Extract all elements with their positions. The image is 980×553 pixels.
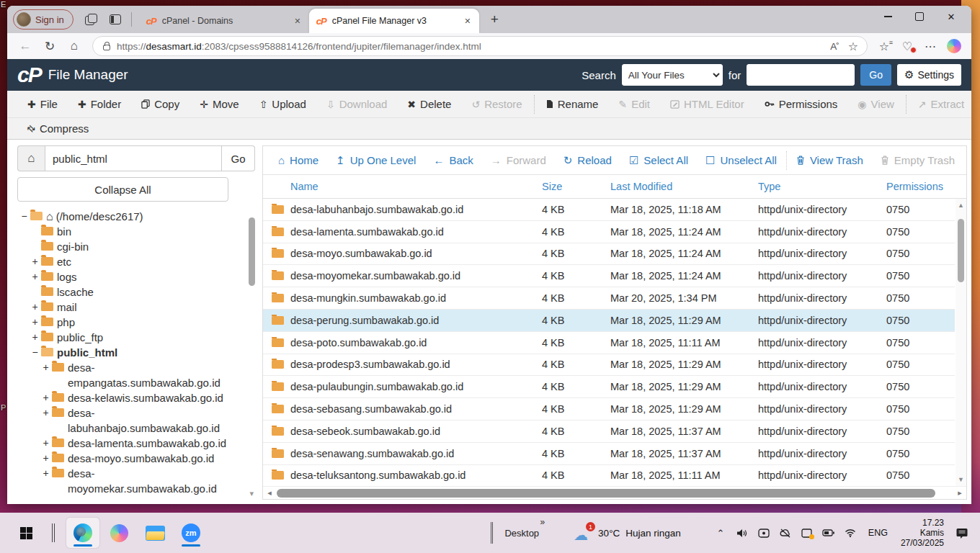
tree-item[interactable]: + ⌂ desa-lamenta.sumbawakab.go.id (17, 436, 255, 451)
reload-icon[interactable]: ↻ (39, 35, 61, 57)
action-link[interactable]: View Trash (788, 154, 871, 166)
toolbar-button[interactable]: HTML Editor (662, 91, 753, 117)
close-tab-icon[interactable] (292, 15, 303, 27)
column-type[interactable]: Type (758, 181, 886, 192)
toolbar-button[interactable]: Permissions (756, 91, 847, 117)
tree-item[interactable]: − ⌂ public_html (17, 345, 255, 360)
toolbar-button[interactable]: ⇩ Download (318, 91, 396, 117)
tree-expander-icon[interactable]: + (30, 315, 40, 330)
browser-essentials-icon[interactable] (898, 37, 917, 55)
tree-item[interactable]: + ⌂ desa-empangatas.sumbawakab.go.id (17, 360, 255, 390)
favorite-star-icon[interactable] (844, 37, 863, 55)
toolbar-button[interactable]: Rename (538, 91, 607, 117)
url-text[interactable]: https://desasmart.id:2083/cpsess95888141… (117, 41, 825, 52)
action-link[interactable]: Empty Trash (873, 154, 963, 166)
tree-item[interactable]: ⌂ lscache (17, 284, 255, 300)
action-link[interactable]: ☑ Select All (621, 154, 696, 167)
action-link[interactable]: → Forward (483, 154, 554, 166)
tree-expander-icon[interactable]: + (30, 269, 40, 284)
address-bar[interactable]: https://desasmart.id:2083/cpsess95888141… (92, 36, 868, 56)
tree-expander-icon[interactable]: + (40, 466, 51, 481)
action-link[interactable]: ☐ Unselect All (698, 154, 785, 167)
browser-profile-button[interactable]: Sign in (13, 9, 74, 30)
tree-expander-icon[interactable]: + (30, 330, 40, 345)
new-tab-button[interactable]: + (486, 12, 503, 27)
vertical-tabs-icon[interactable] (110, 14, 121, 24)
toolbar-button[interactable]: ⇧ Upload (251, 91, 315, 117)
tree-item[interactable]: ⌂ bin (17, 224, 255, 239)
scroll-left-icon[interactable]: ◂ (265, 488, 274, 498)
favorites-icon[interactable] (875, 37, 894, 55)
table-row[interactable]: desa-pulaubungin.sumbawakab.go.id 4 KB M… (263, 376, 955, 398)
column-permissions[interactable]: Permissions (886, 181, 955, 192)
tree-item[interactable]: ⌂ cgi-bin (17, 239, 255, 254)
tree-expander-icon[interactable]: + (40, 360, 51, 375)
tree-item[interactable]: + ⌂ mail (17, 300, 255, 315)
toolbar-button[interactable] (906, 95, 906, 114)
taskbar-edge-button[interactable] (66, 518, 99, 548)
weather-widget[interactable]: ☁1 30°C Hujan ringan (574, 525, 681, 541)
tree-item[interactable]: + ⌂ desa-moyomekar.sumbawakab.go.id (17, 466, 255, 496)
tree-expander-icon[interactable]: + (40, 405, 51, 421)
tree-item[interactable]: + ⌂ php (17, 315, 255, 330)
path-go-button[interactable]: Go (222, 145, 255, 171)
toolbar-button[interactable]: ↺ Restore (463, 91, 530, 117)
scroll-up-icon[interactable]: ▲ (956, 202, 966, 209)
close-window-button[interactable] (935, 6, 967, 27)
column-name[interactable]: Name (263, 181, 542, 192)
toolbar-button[interactable]: ⇄ Compress (19, 118, 97, 139)
vertical-scrollbar-thumb[interactable] (958, 219, 964, 282)
table-row[interactable]: desa-senawang.sumbawakab.go.id 4 KB Mar … (263, 443, 955, 465)
scroll-down-icon[interactable]: ▼ (956, 476, 966, 483)
tree-item[interactable]: + ⌂ desa-kelawis.sumbawakab.go.id (17, 390, 255, 405)
volume-icon[interactable] (733, 522, 752, 544)
settings-button[interactable]: Settings (897, 64, 961, 86)
toolbar-button[interactable]: Copy (133, 91, 188, 117)
search-go-button[interactable]: Go (860, 64, 891, 86)
scroll-right-icon[interactable]: ▸ (956, 488, 964, 498)
tree-expander-icon[interactable]: + (30, 300, 40, 315)
tree-expander-icon[interactable]: − (30, 345, 40, 360)
taskbar-zoom-button[interactable]: zm (174, 518, 208, 548)
toolbar-button[interactable]: ✚ Folder (69, 91, 130, 117)
tree-item[interactable]: + ⌂ desa-labuhanbajo.sumbawakab.go.id (17, 405, 255, 436)
action-link[interactable] (786, 151, 787, 170)
path-input[interactable] (45, 145, 222, 171)
desktop-toolbar[interactable]: » Desktop (502, 526, 551, 539)
language-indicator[interactable]: ENG (863, 528, 894, 538)
start-button[interactable] (13, 520, 39, 546)
tree-item[interactable]: − ⌂ (/home/desc2617) (17, 209, 255, 224)
tray-chevron-up-icon[interactable]: ⌃ (711, 522, 730, 544)
table-row[interactable]: desa-teluksantong.sumbawakab.go.id 4 KB … (263, 465, 955, 486)
back-icon[interactable]: ← (14, 35, 36, 57)
tab-group-icon[interactable] (85, 14, 97, 25)
list-horizontal-scrollbar[interactable]: ◂ ▸ (263, 486, 966, 499)
minimize-button[interactable] (872, 6, 904, 27)
tree-expander-icon[interactable]: − (19, 209, 30, 224)
maximize-button[interactable] (904, 6, 935, 27)
tree-expander-icon[interactable]: + (40, 451, 51, 466)
toolbar-button[interactable]: ◉ View (849, 91, 902, 117)
table-row[interactable]: desa-lamenta.sumbawakab.go.id 4 KB Mar 1… (263, 221, 955, 243)
column-size[interactable]: Size (542, 181, 610, 192)
home-icon[interactable]: ⌂ (63, 35, 85, 57)
tree-item[interactable]: + ⌂ logs (17, 269, 255, 284)
snip-share-icon[interactable] (798, 522, 816, 544)
screen-record-icon[interactable] (754, 522, 773, 544)
toolbar-overflow-icon[interactable]: » (540, 517, 545, 527)
action-link[interactable]: ↻ Reload (556, 154, 620, 167)
action-link[interactable]: ↥ Up One Level (328, 154, 424, 167)
table-row[interactable]: desa-sebasang.sumbawakab.go.id 4 KB Mar … (263, 398, 955, 421)
home-folder-icon[interactable]: ⌂ (17, 145, 45, 171)
table-row[interactable]: desa-perung.sumbawakab.go.id 4 KB Mar 18… (263, 310, 955, 332)
clock-widget[interactable]: 17.23 Kamis 27/03/2025 (895, 518, 950, 548)
table-row[interactable]: desa-labuhanbajo.sumbawakab.go.id 4 KB M… (263, 199, 955, 221)
taskbar-copilot-button[interactable] (102, 518, 135, 548)
column-last-modified[interactable]: Last Modified (610, 181, 758, 192)
wifi-icon[interactable] (841, 522, 860, 544)
horizontal-scrollbar-thumb[interactable] (277, 489, 935, 498)
taskbar-explorer-button[interactable] (138, 518, 172, 548)
action-link[interactable]: ← Back (425, 154, 481, 166)
toolbar-button[interactable] (534, 95, 535, 114)
browser-tab[interactable]: cP cPanel File Manager v3 (309, 9, 479, 33)
